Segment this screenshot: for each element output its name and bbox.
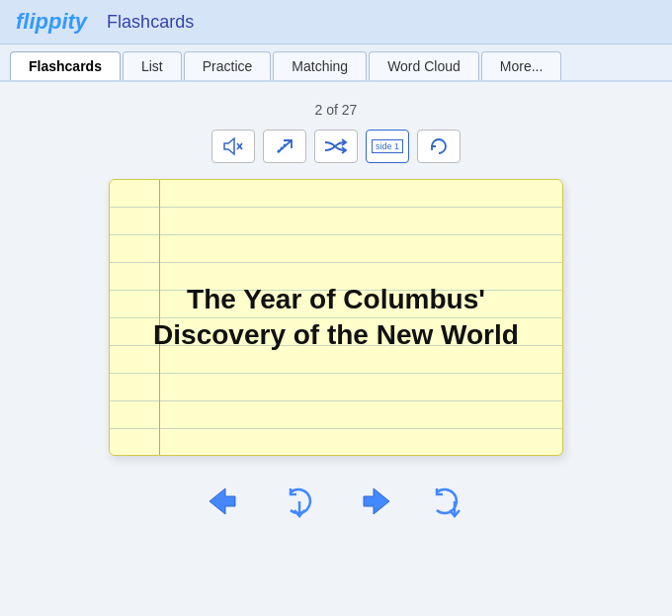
logo[interactable]: flippity	[16, 9, 87, 35]
side-label-button[interactable]: side 1	[366, 130, 409, 163]
fullscreen-icon	[274, 136, 295, 156]
mute-icon	[222, 136, 244, 156]
flip2-icon	[427, 483, 464, 520]
back-button[interactable]	[202, 480, 251, 523]
logo-text: flippity	[16, 9, 87, 34]
flip2-button[interactable]	[421, 480, 470, 523]
header-title: Flashcards	[107, 12, 194, 33]
svg-point-4	[278, 150, 281, 153]
flashcard[interactable]: The Year of Columbus' Discovery of the N…	[109, 179, 563, 456]
svg-marker-9	[364, 488, 389, 514]
tab-more[interactable]: More...	[481, 51, 562, 80]
flip-button[interactable]	[275, 480, 324, 523]
header: flippity Flashcards	[0, 0, 672, 44]
main-content: 2 of 27	[0, 82, 672, 616]
fullscreen-button[interactable]	[263, 130, 306, 163]
tab-list[interactable]: List	[123, 51, 182, 80]
svg-marker-0	[224, 138, 234, 154]
card-counter: 2 of 27	[315, 102, 358, 118]
tabbar: Flashcards List Practice Matching Word C…	[0, 44, 672, 82]
flip-icon	[281, 483, 318, 520]
toolbar: side 1	[211, 130, 461, 163]
mute-button[interactable]	[211, 130, 255, 163]
navigation-bar	[202, 480, 470, 523]
forward-button[interactable]	[348, 480, 397, 523]
back-arrow-icon	[208, 486, 245, 516]
tab-practice[interactable]: Practice	[184, 51, 272, 80]
tab-flashcards[interactable]: Flashcards	[10, 51, 121, 80]
tab-word-cloud[interactable]: Word Cloud	[369, 51, 479, 80]
shuffle-icon	[323, 136, 349, 156]
flashcard-text: The Year of Columbus' Discovery of the N…	[110, 252, 562, 384]
svg-marker-7	[210, 488, 235, 514]
svg-point-6	[284, 144, 287, 147]
svg-point-5	[281, 147, 284, 150]
rotate-icon	[428, 135, 450, 157]
side-label-text: side 1	[372, 139, 403, 153]
shuffle-button[interactable]	[314, 130, 358, 163]
tab-matching[interactable]: Matching	[273, 51, 367, 80]
rotate-button[interactable]	[417, 130, 461, 163]
forward-arrow-icon	[354, 486, 391, 516]
